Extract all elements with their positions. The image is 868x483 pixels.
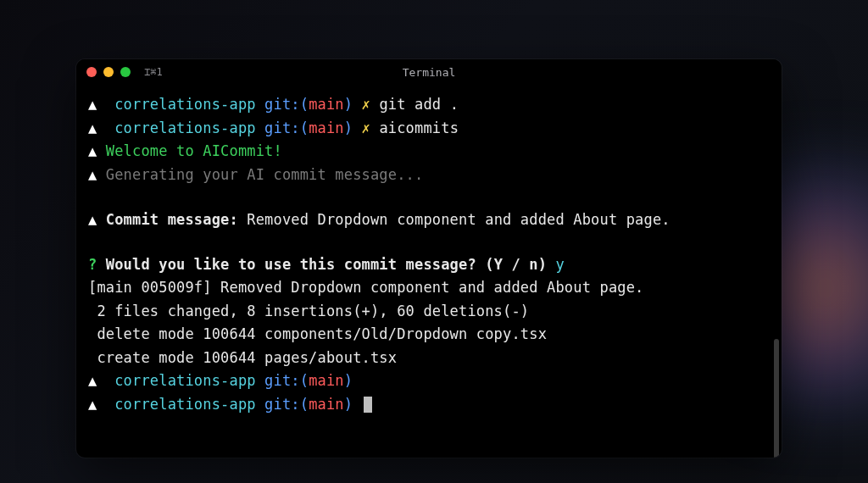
prompt-branch: main — [309, 119, 344, 136]
prompt-git-label: git:( — [264, 396, 309, 413]
blank-line — [88, 231, 770, 253]
minimize-button[interactable] — [103, 67, 114, 77]
terminal-line: create mode 100644 pages/about.tsx — [88, 347, 770, 370]
traffic-lights — [86, 67, 131, 77]
close-button[interactable] — [86, 67, 97, 77]
welcome-text: Welcome to AICommit! — [106, 142, 282, 159]
user-answer: y — [555, 256, 564, 273]
confirm-question: Would you like to use this commit messag… — [106, 256, 547, 273]
terminal-line: ? Would you like to use this commit mess… — [88, 253, 770, 277]
prompt-dir: correlations-app — [114, 396, 255, 413]
terminal-line: ▲ correlations-app git:(main) — [88, 393, 770, 417]
window-titlebar[interactable]: ⌶⌘1 Terminal — [76, 59, 782, 85]
question-mark-icon: ? — [88, 256, 97, 273]
terminal-body[interactable]: ▲ correlations-app git:(main) ✗ git add … — [76, 85, 782, 458]
window-title: Terminal — [403, 66, 456, 79]
cursor-icon — [364, 397, 372, 413]
terminal-line: delete mode 100644 components/Old/Dropdo… — [88, 323, 770, 347]
prompt-dirty-icon: ✗ — [362, 96, 370, 113]
prompt-git-close: ) — [344, 119, 353, 136]
terminal-line: ▲ correlations-app git:(main) — [88, 369, 770, 393]
prompt-git-label: git:( — [264, 96, 309, 113]
output-triangle-icon: ▲ — [88, 142, 97, 159]
terminal-line: [main 005009f] Removed Dropdown componen… — [88, 276, 770, 300]
prompt-dirty-icon: ✗ — [362, 119, 370, 136]
terminal-line: 2 files changed, 8 insertions(+), 60 del… — [88, 300, 770, 324]
output-triangle-icon: ▲ — [88, 211, 97, 228]
git-output: [main 005009f] Removed Dropdown componen… — [88, 279, 644, 296]
prompt-git-close: ) — [344, 396, 353, 413]
prompt-git-label: git:( — [264, 119, 309, 136]
prompt-triangle-icon: ▲ — [88, 96, 97, 113]
prompt-git-label: git:( — [264, 372, 309, 389]
blank-line — [88, 186, 770, 208]
terminal-line: ▲ Commit message: Removed Dropdown compo… — [88, 208, 770, 232]
terminal-line: ▲ correlations-app git:(main) ✗ git add … — [88, 93, 770, 117]
prompt-dir: correlations-app — [114, 372, 255, 389]
maximize-button[interactable] — [120, 67, 131, 77]
commit-label: Commit message: — [106, 211, 238, 228]
command-text: git add . — [379, 96, 459, 113]
scrollbar[interactable] — [774, 339, 779, 458]
prompt-git-close: ) — [344, 96, 353, 113]
git-output: delete mode 100644 components/Old/Dropdo… — [88, 325, 547, 342]
tab-label: ⌶⌘1 — [144, 66, 163, 78]
terminal-line: ▲ Generating your AI commit message... — [88, 164, 770, 187]
git-output: 2 files changed, 8 insertions(+), 60 del… — [88, 303, 529, 319]
prompt-triangle-icon: ▲ — [88, 372, 97, 389]
generating-text: Generating your AI commit message... — [106, 166, 424, 183]
command-text: aicommits — [379, 119, 459, 136]
prompt-branch: main — [309, 372, 344, 389]
prompt-branch: main — [309, 396, 344, 413]
prompt-dir: correlations-app — [114, 119, 255, 136]
prompt-branch: main — [309, 96, 344, 113]
terminal-line: ▲ Welcome to AICommit! — [88, 140, 770, 164]
prompt-triangle-icon: ▲ — [88, 396, 97, 413]
output-triangle-icon: ▲ — [88, 166, 97, 183]
terminal-line: ▲ correlations-app git:(main) ✗ aicommit… — [88, 117, 770, 141]
prompt-dir: correlations-app — [114, 96, 255, 113]
prompt-triangle-icon: ▲ — [88, 119, 97, 136]
terminal-window[interactable]: ⌶⌘1 Terminal ▲ correlations-app git:(mai… — [76, 59, 782, 458]
commit-message: Removed Dropdown component and added Abo… — [247, 211, 670, 228]
prompt-git-close: ) — [344, 372, 353, 389]
git-output: create mode 100644 pages/about.tsx — [88, 349, 397, 366]
